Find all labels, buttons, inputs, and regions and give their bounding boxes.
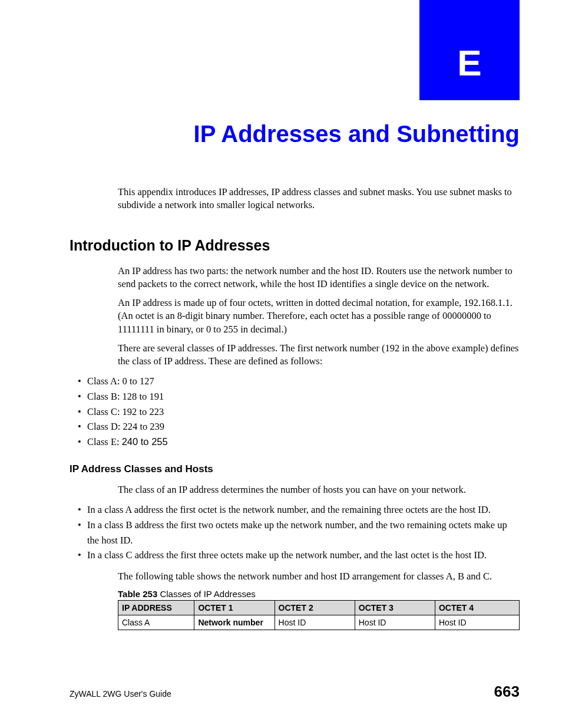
body-paragraph: There are several classes of IP addresse…	[118, 342, 520, 368]
list-item: In a class A address the first octet is …	[70, 502, 520, 518]
page-footer: ZyWALL 2WG User's Guide 663	[70, 683, 520, 701]
table-number: Table 253	[118, 589, 157, 599]
subsection-heading-classes-hosts: IP Address Classes and Hosts	[70, 463, 520, 475]
table-cell: Network number	[194, 615, 275, 630]
table-cell: Host ID	[435, 615, 519, 630]
table-cell: Host ID	[275, 615, 355, 630]
col-header: OCTET 4	[435, 600, 519, 615]
class-e-prefix: Class E:	[87, 436, 122, 447]
class-range-list: Class A: 0 to 127 Class B: 128 to 191 Cl…	[70, 374, 520, 449]
host-rules-list: In a class A address the first octet is …	[70, 502, 520, 562]
intro-paragraph: This appendix introduces IP addresses, I…	[118, 186, 520, 212]
list-item: Class D: 224 to 239	[70, 419, 520, 434]
list-item: Class E: 240 to 255	[70, 434, 520, 450]
ip-classes-table: IP ADDRESS OCTET 1 OCTET 2 OCTET 3 OCTET…	[118, 600, 520, 630]
body-paragraph: An IP address has two parts: the network…	[118, 265, 520, 291]
appendix-tab: E	[419, 0, 520, 100]
page-title: IP Addresses and Subnetting	[194, 121, 520, 147]
table-caption: Table 253 Classes of IP Addresses	[118, 589, 520, 599]
table-title: Classes of IP Addresses	[157, 589, 255, 599]
col-header: OCTET 2	[275, 600, 355, 615]
list-item: In a class C address the first three oct…	[70, 548, 520, 563]
table-row: Class A Network number Host ID Host ID H…	[118, 615, 520, 630]
footer-page-number: 663	[494, 683, 520, 701]
class-e-range: 240 to 255	[122, 436, 168, 447]
body-paragraph: An IP address is made up of four octets,…	[118, 297, 520, 336]
list-item: In a class B address the first two octet…	[70, 518, 520, 548]
body-paragraph: The class of an IP address determines th…	[118, 483, 520, 496]
list-item: Class C: 192 to 223	[70, 404, 520, 420]
page-content: This appendix introduces IP addresses, I…	[70, 186, 520, 630]
table-header-row: IP ADDRESS OCTET 1 OCTET 2 OCTET 3 OCTET…	[118, 600, 520, 615]
section-heading-introduction: Introduction to IP Addresses	[70, 237, 520, 254]
list-item: Class A: 0 to 127	[70, 374, 520, 389]
table-cell: Host ID	[355, 615, 435, 630]
col-header: OCTET 3	[355, 600, 435, 615]
appendix-letter: E	[457, 42, 481, 84]
col-header: OCTET 1	[194, 600, 275, 615]
footer-guide-title: ZyWALL 2WG User's Guide	[70, 689, 171, 699]
body-paragraph: The following table shows the network nu…	[118, 570, 520, 583]
table-cell: Class A	[118, 615, 194, 630]
col-header: IP ADDRESS	[118, 600, 194, 615]
list-item: Class B: 128 to 191	[70, 389, 520, 404]
